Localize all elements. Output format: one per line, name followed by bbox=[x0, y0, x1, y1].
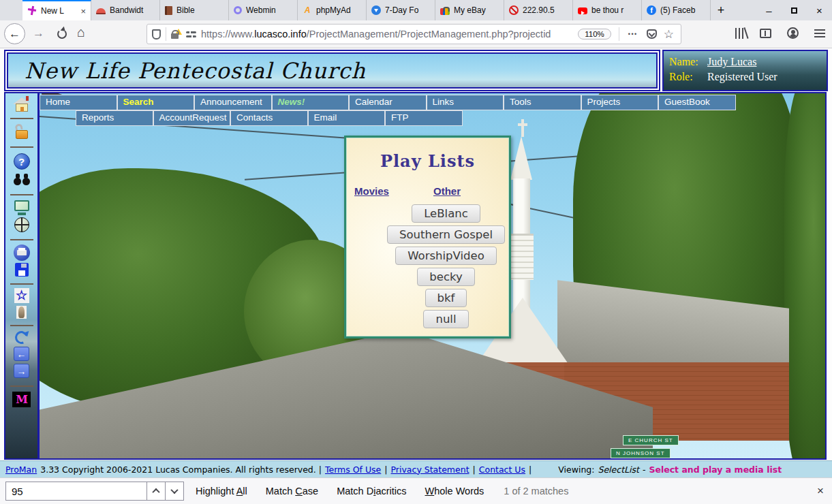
maximize-icon bbox=[791, 7, 797, 14]
find-previous-button[interactable] bbox=[147, 482, 166, 501]
menu-links[interactable]: Links bbox=[427, 95, 504, 110]
url-text[interactable]: https://www.lucasco.info/ProjectManageme… bbox=[201, 29, 575, 40]
tab-bible[interactable]: Bible bbox=[160, 0, 229, 20]
match-diacritics-toggle[interactable]: Match Diacritics bbox=[337, 486, 406, 497]
toggle-accesskey: A bbox=[236, 486, 243, 497]
toggle-accesskey: C bbox=[295, 486, 302, 497]
proman-link[interactable]: ProMan bbox=[5, 464, 37, 475]
pocket-icon[interactable] bbox=[647, 29, 657, 39]
figurine-icon[interactable] bbox=[16, 306, 27, 319]
submenu-reports[interactable]: Reports bbox=[76, 110, 153, 126]
tab-close-icon[interactable]: × bbox=[79, 6, 86, 16]
back-button[interactable]: ← bbox=[4, 23, 25, 44]
playlist-button-null[interactable]: null bbox=[423, 310, 468, 328]
menu-guestbook[interactable]: GuestBook bbox=[658, 95, 736, 110]
back-arrow-icon[interactable]: ← bbox=[14, 347, 29, 361]
privacy-statement-link[interactable]: Privacy Statement bbox=[391, 464, 469, 475]
find-next-button[interactable] bbox=[166, 482, 184, 501]
printer-icon[interactable] bbox=[14, 245, 30, 261]
page-actions-dots-icon[interactable]: ••• bbox=[628, 31, 638, 37]
rail-divider bbox=[10, 146, 33, 148]
page-footer: ProMan 3.33 Copyright 2006-2021 Lucas Co… bbox=[0, 460, 832, 477]
menu-search[interactable]: Search bbox=[117, 95, 195, 110]
menu-tools[interactable]: Tools bbox=[504, 95, 581, 110]
tab-phpmyadmin[interactable]: A phpMyAd bbox=[298, 0, 367, 20]
menu-news[interactable]: News! bbox=[272, 95, 350, 110]
playlist-button-becky[interactable]: becky bbox=[417, 268, 474, 286]
site-header-banner: New Life Pentecostal Church bbox=[7, 52, 658, 89]
globe-icon[interactable] bbox=[14, 217, 29, 232]
copyright-text: 3.33 Copyright 2006-2021 Lucas Companies… bbox=[40, 464, 322, 475]
zoom-level-badge[interactable]: 110% bbox=[578, 29, 611, 40]
terms-of-use-link[interactable]: Terms Of Use bbox=[325, 464, 381, 475]
playlist-button-worshipvideo[interactable]: WorshipVideo bbox=[395, 247, 497, 265]
reload-button[interactable] bbox=[57, 29, 67, 39]
lock-icon[interactable] bbox=[171, 33, 179, 39]
tab-webmin[interactable]: Webmin bbox=[229, 0, 298, 20]
tab-facebook[interactable]: f (5) Faceb bbox=[642, 0, 711, 20]
submenu-ftp[interactable]: FTP bbox=[385, 110, 463, 126]
tab-youtube[interactable]: be thou r bbox=[573, 0, 642, 20]
other-link[interactable]: Other bbox=[433, 185, 461, 197]
playlist-button-bkf[interactable]: bkf bbox=[425, 289, 467, 307]
hamburger-menu-icon[interactable] bbox=[814, 29, 825, 37]
contact-us-link[interactable]: Contact Us bbox=[479, 464, 525, 475]
sidebar-toggle-icon[interactable] bbox=[760, 29, 771, 38]
tab-title: (5) Faceb bbox=[660, 5, 705, 15]
submenu-email[interactable]: Email bbox=[308, 110, 386, 126]
tab-bandwidth[interactable]: Bandwidt bbox=[91, 0, 160, 20]
close-button[interactable]: × bbox=[807, 0, 832, 20]
ebay-bag-icon bbox=[440, 8, 450, 15]
whole-words-toggle[interactable]: Whole Words bbox=[425, 486, 484, 497]
help-icon[interactable]: ? bbox=[14, 153, 30, 170]
home-icon[interactable] bbox=[13, 96, 31, 112]
movies-link[interactable]: Movies bbox=[354, 185, 389, 197]
maximize-button[interactable] bbox=[782, 0, 807, 20]
favorites-star-icon[interactable]: ☆ bbox=[14, 288, 29, 303]
highlight-all-toggle[interactable]: Highlight All bbox=[196, 486, 247, 497]
gauge-icon bbox=[96, 8, 106, 14]
tab-title: My eBay bbox=[454, 5, 499, 15]
match-case-toggle[interactable]: Match Case bbox=[266, 486, 318, 497]
find-bar: Highlight All Match Case Match Diacritic… bbox=[0, 477, 832, 504]
user-role-row: Role: Registered User bbox=[669, 69, 821, 84]
playlist-button-leblanc[interactable]: LeBlanc bbox=[412, 204, 480, 223]
menu-home[interactable]: Home bbox=[40, 95, 117, 110]
forward-button[interactable]: → bbox=[33, 27, 44, 40]
account-icon[interactable] bbox=[787, 27, 799, 39]
playlist-button-southern-gospel[interactable]: Southern Gospel bbox=[387, 225, 505, 244]
menu-calendar[interactable]: Calendar bbox=[349, 95, 427, 110]
home-button[interactable]: ⌂ bbox=[77, 25, 85, 40]
refresh-icon[interactable] bbox=[13, 329, 30, 346]
proman-logo-icon[interactable]: M bbox=[12, 392, 31, 407]
bookmark-star-icon[interactable]: ☆ bbox=[664, 27, 674, 42]
rail-divider bbox=[10, 283, 33, 285]
toggle-text: Highlight bbox=[196, 486, 236, 497]
submenu-accountrequest[interactable]: AccountRequest bbox=[153, 110, 231, 126]
user-role-value: Registered User bbox=[707, 69, 777, 84]
blocked-icon bbox=[509, 5, 519, 15]
menu-announcement[interactable]: Announcement bbox=[194, 95, 272, 110]
tab-weather[interactable]: 7-Day Fo bbox=[367, 0, 435, 20]
monitor-icon[interactable] bbox=[13, 200, 31, 216]
find-input[interactable] bbox=[5, 482, 147, 501]
forward-arrow-icon[interactable]: → bbox=[14, 364, 29, 378]
minimize-button[interactable]: – bbox=[756, 0, 782, 20]
tab-new-life[interactable]: New L × bbox=[22, 0, 91, 20]
binoculars-icon[interactable] bbox=[13, 172, 31, 187]
url-bar[interactable]: https://www.lucasco.info/ProjectManageme… bbox=[147, 24, 681, 44]
user-name-link[interactable]: Judy Lucas bbox=[707, 54, 756, 69]
tab-ip-address[interactable]: 222.90.5 bbox=[504, 0, 573, 20]
permissions-icon[interactable] bbox=[186, 31, 196, 38]
tab-ebay[interactable]: My eBay bbox=[435, 0, 504, 20]
icon-side-rail: ? ☆ ← → M bbox=[5, 93, 40, 458]
library-icon[interactable] bbox=[735, 28, 744, 39]
save-floppy-icon[interactable] bbox=[15, 263, 29, 277]
submenu-contacts[interactable]: Contacts bbox=[230, 110, 308, 126]
cross-icon bbox=[27, 6, 37, 16]
menu-projects[interactable]: Projects bbox=[581, 95, 659, 110]
tracking-protection-shield-icon[interactable] bbox=[152, 29, 161, 40]
unlock-icon[interactable] bbox=[14, 123, 30, 141]
new-tab-button[interactable]: + bbox=[711, 0, 731, 20]
find-close-icon[interactable]: × bbox=[817, 484, 824, 498]
